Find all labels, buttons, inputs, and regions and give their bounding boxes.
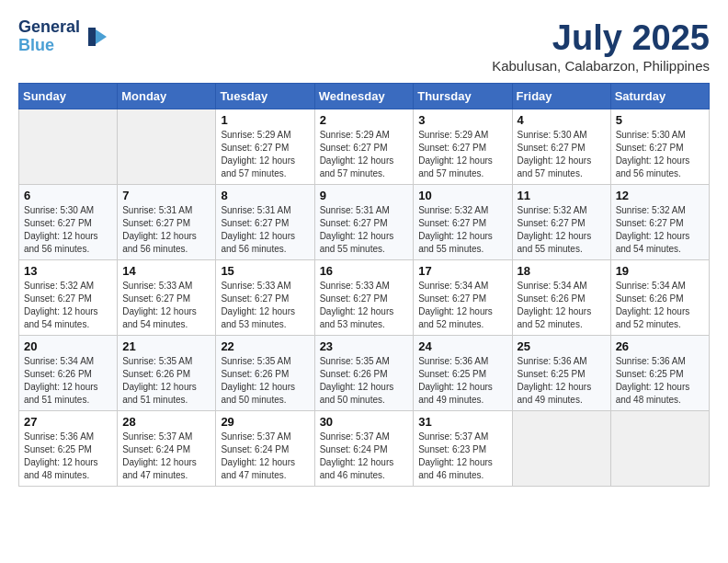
day-info: Sunrise: 5:32 AM Sunset: 6:27 PM Dayligh… bbox=[418, 204, 506, 256]
calendar-cell: 11Sunrise: 5:32 AM Sunset: 6:27 PM Dayli… bbox=[512, 185, 610, 260]
week-row-2: 6Sunrise: 5:30 AM Sunset: 6:27 PM Daylig… bbox=[19, 185, 710, 260]
calendar-cell bbox=[118, 109, 216, 185]
calendar-cell: 6Sunrise: 5:30 AM Sunset: 6:27 PM Daylig… bbox=[19, 185, 118, 260]
day-number: 25 bbox=[518, 339, 606, 353]
calendar-cell bbox=[610, 411, 709, 487]
location-subtitle: Kabulusan, Calabarzon, Philippines bbox=[492, 58, 710, 74]
day-info: Sunrise: 5:36 AM Sunset: 6:25 PM Dayligh… bbox=[418, 355, 506, 407]
day-info: Sunrise: 5:29 AM Sunset: 6:27 PM Dayligh… bbox=[221, 129, 309, 180]
day-number: 14 bbox=[122, 264, 210, 278]
week-row-1: 1Sunrise: 5:29 AM Sunset: 6:27 PM Daylig… bbox=[19, 109, 710, 185]
day-info: Sunrise: 5:30 AM Sunset: 6:27 PM Dayligh… bbox=[518, 129, 606, 180]
day-number: 1 bbox=[221, 113, 309, 127]
calendar-cell: 8Sunrise: 5:31 AM Sunset: 6:27 PM Daylig… bbox=[216, 185, 314, 260]
logo-text: GeneralBlue bbox=[18, 18, 80, 55]
day-info: Sunrise: 5:30 AM Sunset: 6:27 PM Dayligh… bbox=[616, 129, 704, 180]
day-number: 31 bbox=[418, 415, 506, 429]
day-info: Sunrise: 5:31 AM Sunset: 6:27 PM Dayligh… bbox=[320, 204, 409, 256]
day-info: Sunrise: 5:33 AM Sunset: 6:27 PM Dayligh… bbox=[221, 280, 309, 331]
day-info: Sunrise: 5:34 AM Sunset: 6:26 PM Dayligh… bbox=[616, 280, 704, 331]
day-info: Sunrise: 5:35 AM Sunset: 6:26 PM Dayligh… bbox=[320, 355, 409, 407]
weekday-header-saturday: Saturday bbox=[610, 84, 709, 109]
day-info: Sunrise: 5:29 AM Sunset: 6:27 PM Dayligh… bbox=[320, 129, 409, 180]
day-info: Sunrise: 5:34 AM Sunset: 6:26 PM Dayligh… bbox=[24, 355, 112, 407]
day-number: 5 bbox=[616, 113, 704, 127]
weekday-header-monday: Monday bbox=[118, 84, 216, 109]
day-info: Sunrise: 5:36 AM Sunset: 6:25 PM Dayligh… bbox=[518, 355, 606, 407]
day-number: 8 bbox=[221, 189, 309, 202]
weekday-header-sunday: Sunday bbox=[19, 84, 118, 109]
calendar-cell: 1Sunrise: 5:29 AM Sunset: 6:27 PM Daylig… bbox=[216, 109, 314, 185]
weekday-header-wednesday: Wednesday bbox=[314, 84, 414, 109]
calendar-cell: 29Sunrise: 5:37 AM Sunset: 6:24 PM Dayli… bbox=[216, 411, 314, 487]
day-number: 24 bbox=[418, 339, 506, 353]
calendar-cell: 12Sunrise: 5:32 AM Sunset: 6:27 PM Dayli… bbox=[610, 185, 709, 260]
day-info: Sunrise: 5:34 AM Sunset: 6:26 PM Dayligh… bbox=[518, 280, 606, 331]
calendar-cell: 30Sunrise: 5:37 AM Sunset: 6:24 PM Dayli… bbox=[314, 411, 414, 487]
day-info: Sunrise: 5:31 AM Sunset: 6:27 PM Dayligh… bbox=[122, 204, 210, 256]
calendar-cell: 20Sunrise: 5:34 AM Sunset: 6:26 PM Dayli… bbox=[19, 336, 118, 411]
day-info: Sunrise: 5:31 AM Sunset: 6:27 PM Dayligh… bbox=[221, 204, 309, 256]
calendar-cell: 21Sunrise: 5:35 AM Sunset: 6:26 PM Dayli… bbox=[118, 336, 216, 411]
calendar-cell: 2Sunrise: 5:29 AM Sunset: 6:27 PM Daylig… bbox=[314, 109, 414, 185]
week-row-5: 27Sunrise: 5:36 AM Sunset: 6:25 PM Dayli… bbox=[19, 411, 710, 487]
day-info: Sunrise: 5:29 AM Sunset: 6:27 PM Dayligh… bbox=[418, 129, 506, 180]
calendar-cell: 27Sunrise: 5:36 AM Sunset: 6:25 PM Dayli… bbox=[19, 411, 118, 487]
day-info: Sunrise: 5:37 AM Sunset: 6:24 PM Dayligh… bbox=[122, 431, 210, 482]
day-number: 28 bbox=[122, 415, 210, 429]
day-info: Sunrise: 5:35 AM Sunset: 6:26 PM Dayligh… bbox=[122, 355, 210, 407]
day-number: 17 bbox=[418, 264, 506, 278]
calendar-cell: 9Sunrise: 5:31 AM Sunset: 6:27 PM Daylig… bbox=[314, 185, 414, 260]
calendar-cell: 24Sunrise: 5:36 AM Sunset: 6:25 PM Dayli… bbox=[414, 336, 512, 411]
calendar-cell: 19Sunrise: 5:34 AM Sunset: 6:26 PM Dayli… bbox=[610, 260, 709, 336]
day-number: 20 bbox=[24, 339, 112, 353]
calendar-cell: 17Sunrise: 5:34 AM Sunset: 6:27 PM Dayli… bbox=[414, 260, 512, 336]
day-number: 18 bbox=[518, 264, 606, 278]
weekday-header-row: SundayMondayTuesdayWednesdayThursdayFrid… bbox=[19, 84, 710, 109]
day-number: 30 bbox=[320, 415, 409, 429]
day-number: 13 bbox=[24, 264, 112, 278]
day-number: 26 bbox=[616, 339, 704, 353]
day-number: 6 bbox=[24, 189, 112, 202]
day-info: Sunrise: 5:36 AM Sunset: 6:25 PM Dayligh… bbox=[24, 431, 112, 482]
day-number: 3 bbox=[418, 113, 506, 127]
page-header: GeneralBlue July 2025 Kabulusan, Calabar… bbox=[18, 18, 710, 74]
day-number: 2 bbox=[320, 113, 409, 127]
logo-icon bbox=[84, 23, 111, 51]
calendar-cell: 23Sunrise: 5:35 AM Sunset: 6:26 PM Dayli… bbox=[314, 336, 414, 411]
weekday-header-thursday: Thursday bbox=[414, 84, 512, 109]
logo: GeneralBlue bbox=[18, 18, 111, 55]
day-info: Sunrise: 5:37 AM Sunset: 6:24 PM Dayligh… bbox=[320, 431, 409, 482]
day-number: 9 bbox=[320, 189, 409, 202]
calendar-cell: 22Sunrise: 5:35 AM Sunset: 6:26 PM Dayli… bbox=[216, 336, 314, 411]
day-info: Sunrise: 5:34 AM Sunset: 6:27 PM Dayligh… bbox=[418, 280, 506, 331]
day-number: 12 bbox=[616, 189, 704, 202]
calendar-cell: 14Sunrise: 5:33 AM Sunset: 6:27 PM Dayli… bbox=[118, 260, 216, 336]
calendar-cell: 7Sunrise: 5:31 AM Sunset: 6:27 PM Daylig… bbox=[118, 185, 216, 260]
day-number: 29 bbox=[221, 415, 309, 429]
day-number: 10 bbox=[418, 189, 506, 202]
day-number: 11 bbox=[518, 189, 606, 202]
day-info: Sunrise: 5:30 AM Sunset: 6:27 PM Dayligh… bbox=[24, 204, 112, 256]
calendar-cell: 18Sunrise: 5:34 AM Sunset: 6:26 PM Dayli… bbox=[512, 260, 610, 336]
calendar-cell bbox=[512, 411, 610, 487]
day-info: Sunrise: 5:32 AM Sunset: 6:27 PM Dayligh… bbox=[24, 280, 112, 331]
day-number: 23 bbox=[320, 339, 409, 353]
calendar-cell: 31Sunrise: 5:37 AM Sunset: 6:23 PM Dayli… bbox=[414, 411, 512, 487]
day-number: 4 bbox=[518, 113, 606, 127]
calendar-cell: 16Sunrise: 5:33 AM Sunset: 6:27 PM Dayli… bbox=[314, 260, 414, 336]
calendar-cell: 26Sunrise: 5:36 AM Sunset: 6:25 PM Dayli… bbox=[610, 336, 709, 411]
calendar-cell: 13Sunrise: 5:32 AM Sunset: 6:27 PM Dayli… bbox=[19, 260, 118, 336]
day-info: Sunrise: 5:37 AM Sunset: 6:23 PM Dayligh… bbox=[418, 431, 506, 482]
svg-rect-1 bbox=[88, 28, 96, 46]
day-info: Sunrise: 5:33 AM Sunset: 6:27 PM Dayligh… bbox=[122, 280, 210, 331]
day-info: Sunrise: 5:37 AM Sunset: 6:24 PM Dayligh… bbox=[221, 431, 309, 482]
day-number: 27 bbox=[24, 415, 112, 429]
weekday-header-tuesday: Tuesday bbox=[216, 84, 314, 109]
day-number: 16 bbox=[320, 264, 409, 278]
day-number: 21 bbox=[122, 339, 210, 353]
calendar-cell: 5Sunrise: 5:30 AM Sunset: 6:27 PM Daylig… bbox=[610, 109, 709, 185]
day-info: Sunrise: 5:35 AM Sunset: 6:26 PM Dayligh… bbox=[221, 355, 309, 407]
day-number: 7 bbox=[122, 189, 210, 202]
calendar-cell: 25Sunrise: 5:36 AM Sunset: 6:25 PM Dayli… bbox=[512, 336, 610, 411]
